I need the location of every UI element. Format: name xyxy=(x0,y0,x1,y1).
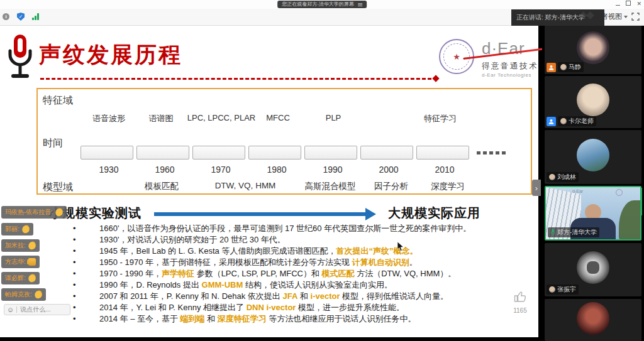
bullet-item: 1945 年，Bell Lab 的 L. G. Kesta 等人借助肉眼完成语谱… xyxy=(63,246,522,257)
feature-label: 特征学习 xyxy=(424,113,457,124)
minimize-button[interactable] xyxy=(616,0,620,8)
participant-name-pill: 卡尔老师 xyxy=(558,116,596,126)
now-speaking-tooltip: 正在讲话: 郑方-清华大学 xyxy=(511,9,604,26)
bullet-item: 1990 年，D. Reynolds 提出 GMM-UBM 结构，使说话人识别从… xyxy=(63,279,522,291)
bullet-highlight-text: 深度特征学习 xyxy=(218,314,267,323)
bullet-highlight-text: GMM-UBM xyxy=(202,280,243,290)
thumbs-up-emoji-icon xyxy=(28,258,36,266)
chat-input[interactable]: ☺ 说点什么... xyxy=(4,304,70,315)
bullet-text: 结构，使说话人识别从实验室走向实用。 xyxy=(243,280,392,290)
bullet-text: 。 xyxy=(409,257,418,267)
timeline-bar xyxy=(304,146,357,160)
bullet-highlight-text: 端到端 xyxy=(180,314,205,323)
bullet-highlight-text: 模式匹配 xyxy=(322,269,355,278)
bullet-item: 1950 - 1970 年，基于倒谱特征，采用模板匹配和统计差分等方法实现 计算… xyxy=(63,257,522,268)
shared-screen-slide: 声纹发展历程 ★ d·Ear 得意音通技术 d-Ear Technologies… xyxy=(0,25,538,337)
participant-name-pill: 郑方-清华大学 xyxy=(548,227,599,237)
participant-name: 郑方-清华大学 xyxy=(557,228,597,237)
bullet-text: 2014 年 – 至今，基于 xyxy=(99,314,180,323)
participants-sidebar: 马静卡尔老师刘成林d-Ear郑方-清华大学张振宇 xyxy=(542,25,644,341)
video-seal-watermark xyxy=(616,189,623,196)
close-button[interactable]: ✕ xyxy=(636,0,641,8)
like-widget[interactable]: 1165 xyxy=(506,290,535,314)
timeline-bar xyxy=(360,146,413,160)
participant-name-pill: 刘成林 xyxy=(547,172,579,182)
avatar xyxy=(577,139,609,171)
participant-tile[interactable] xyxy=(545,299,641,341)
bullet-text: 方法（DTW, VQ, HMM）。 xyxy=(355,269,457,278)
timeline-bar xyxy=(248,146,301,160)
bullet-text: 模型，得到低维说话人向量。 xyxy=(340,291,448,301)
reaction-user-name: 谭必辉: xyxy=(5,274,26,283)
info-icon[interactable]: i xyxy=(3,13,9,20)
meeting-window: 您正在观看郑方-清华大学的屏幕 ✕ i ✓ 者视图 正在讲话: 郑方-清华大学 xyxy=(0,0,644,341)
feature-label: MFCC xyxy=(266,113,290,122)
year-label: 1990 xyxy=(323,165,342,175)
participant-name: 卡尔老师 xyxy=(569,117,594,126)
banner-menu-icon[interactable] xyxy=(358,4,362,5)
bullet-text: 1945 年，Bell Lab 的 L. G. Kesta 等人借助肉眼完成语谱… xyxy=(99,246,336,256)
bullet-text: 和 xyxy=(205,314,218,323)
bullet-text: 2007 和 2011 年，P. Kenny 和 N. Dehak 依次提出 xyxy=(99,291,282,301)
dear-company-en: d-Ear Technologies xyxy=(482,72,545,78)
video-dear-watermark: d-Ear xyxy=(572,189,583,193)
transition-arrow xyxy=(154,212,365,216)
participant-tile[interactable]: 刘成林 xyxy=(545,130,641,184)
reaction-badge: 帕姆克孜: xyxy=(1,288,46,301)
mic-on-icon xyxy=(550,229,555,237)
title-underline xyxy=(40,78,431,80)
participant-tile[interactable]: 卡尔老师 xyxy=(545,76,641,128)
view-mode-button[interactable]: 者视图 xyxy=(601,12,628,21)
reaction-badge: 方志华: xyxy=(1,256,40,268)
screen-viewing-banner[interactable]: 您正在观看郑方-清华大学的屏幕 xyxy=(277,1,367,8)
reaction-badge: 谭必辉: xyxy=(1,272,40,284)
emoji-smiley-icon[interactable]: ☺ xyxy=(4,305,16,315)
dear-company-cn: 得意音通技术 xyxy=(482,61,545,72)
participant-label: 郑方-清华大学 xyxy=(548,227,599,237)
participant-label: 刘成林 xyxy=(547,172,579,182)
bullet-highlight-text: 声学特征 xyxy=(162,269,194,278)
participant-tile[interactable]: d-Ear郑方-清华大学 xyxy=(545,186,641,241)
sidebar-collapse-button[interactable]: › xyxy=(532,180,541,196)
sidebar-scrollbar[interactable] xyxy=(640,188,642,215)
bullet-text: 模型，进一步提升系统性能。 xyxy=(296,303,404,312)
year-label: 1980 xyxy=(267,165,286,175)
participant-name: 张振宇 xyxy=(557,285,576,294)
member-role-icon xyxy=(547,117,556,126)
window-titlebar: 您正在观看郑方-清华大学的屏幕 ✕ xyxy=(0,0,644,9)
participant-tile[interactable]: 张振宇 xyxy=(545,243,641,296)
year-label: 1930 xyxy=(99,165,118,175)
network-signal-icon[interactable] xyxy=(32,13,39,20)
fullscreen-icon[interactable] xyxy=(631,12,640,23)
avatar xyxy=(577,251,609,284)
bullet-text: 参数（LPC, LSP, PLP, MFCC）和 xyxy=(194,269,322,278)
feature-label: LPC, LPCC, PLAR xyxy=(187,113,255,122)
reaction-user-name: 郭丽: xyxy=(5,225,19,234)
maximize-button[interactable] xyxy=(626,0,631,8)
security-shield-icon[interactable]: ✓ xyxy=(17,13,25,21)
bullet-item: 2007 和 2011 年，P. Kenny 和 N. Dehak 依次提出 J… xyxy=(63,291,522,302)
year-label: 2000 xyxy=(379,165,398,175)
bullet-text: 等方法也相继应用于说话人识别任务中。 xyxy=(267,314,416,323)
bullet-text: 1950 - 1970 年，基于倒谱特征，采用模板匹配和统计差分等方法实现 xyxy=(99,257,352,267)
timeline-bar xyxy=(136,146,189,160)
bullet-text: 1930'，对说话人识别的研究始于 20 世纪 30 年代。 xyxy=(99,235,286,244)
model-label: 模板匹配 xyxy=(145,181,179,192)
participant-tile[interactable]: 马静 xyxy=(545,25,641,74)
feature-label: PLP xyxy=(326,113,341,122)
participant-name-pill: 马静 xyxy=(558,62,584,72)
clap-emoji-icon xyxy=(27,241,36,250)
mouse-cursor xyxy=(397,241,404,254)
reaction-user-name: 帕姆克孜: xyxy=(5,290,32,299)
reaction-user-name: 加米拉: xyxy=(5,241,26,250)
avatar xyxy=(577,84,609,116)
window-controls: ✕ xyxy=(616,0,641,8)
bullet-text: 和 xyxy=(297,291,310,301)
reaction-user-name: 玛依热-依布拉音: xyxy=(5,208,53,217)
participant-label: 马静 xyxy=(547,62,584,72)
bullet-item: 1930'，对说话人识别的研究始于 20 世纪 30 年代。 xyxy=(63,234,522,246)
reaction-badge: 加米拉: xyxy=(1,239,40,252)
bullet-highlight-text: 首次提出“声纹”概念。 xyxy=(336,246,418,256)
member-role-icon xyxy=(547,63,556,72)
history-bullet-list: 1660'，以语音作为身份认证的手段，最早可追溯到 17 世纪60 年代英国查尔… xyxy=(63,223,522,325)
